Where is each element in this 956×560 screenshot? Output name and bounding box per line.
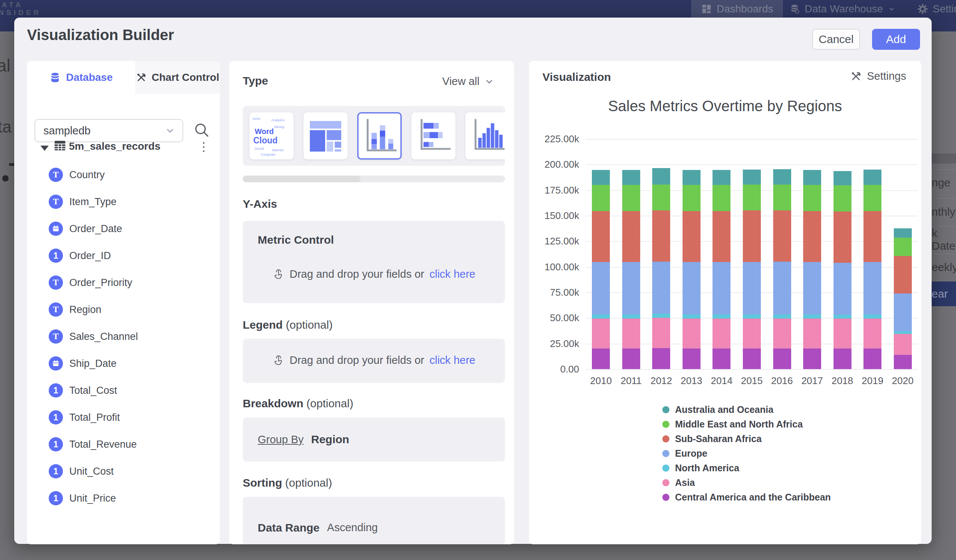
bar-segment (592, 348, 610, 369)
field-row-region[interactable]: TRegion (27, 296, 220, 323)
field-row-unit_price[interactable]: 1Unit_Price (27, 485, 220, 512)
legend-item[interactable]: Middle East and North Africa (662, 417, 803, 431)
x-axis-tick: 2018 (832, 375, 853, 387)
field-row-ship_date[interactable]: Ship_Date (27, 350, 220, 377)
legend-item[interactable]: Australia and Oceania (662, 402, 774, 417)
nav-settings-label: Settings (933, 3, 956, 15)
bar-segment (894, 334, 912, 355)
y-axis-tick: 225.00k (544, 133, 579, 145)
group-by-value[interactable]: Region (311, 433, 349, 446)
click-here-link[interactable]: click here (429, 354, 475, 367)
legend-item[interactable]: Sub-Saharan Africa (662, 431, 762, 446)
field-row-total_revenue[interactable]: 1Total_Revenue (27, 431, 220, 458)
legend-item[interactable]: Europe (662, 446, 707, 461)
field-label: Order_ID (69, 250, 111, 262)
field-row-order_id[interactable]: 1Order_ID (27, 242, 220, 269)
nav-settings[interactable]: Settings (917, 0, 956, 18)
chart-type-treemap[interactable] (303, 112, 347, 160)
bar-2019 (863, 169, 881, 369)
bar-segment (743, 185, 761, 211)
bar-segment (863, 318, 881, 349)
bar-segment (682, 262, 701, 314)
bar-segment (863, 169, 881, 185)
bar-segment (894, 228, 912, 238)
legend-item[interactable]: Central America and the Caribbean (662, 490, 831, 505)
sorting-order[interactable]: Ascending (327, 521, 377, 534)
bar-segment (773, 169, 791, 185)
treemap-tile-icon (308, 119, 343, 153)
tab-chart-control[interactable]: Chart Control (135, 61, 220, 94)
field-row-total_cost[interactable]: 1Total_Cost (27, 377, 220, 404)
y-axis-tick: 75.00k (550, 287, 579, 298)
chart-type-word-cloud[interactable]: inessAnalyticsMiningWordCloudSocialInter… (250, 112, 294, 160)
field-label: Region (69, 304, 102, 315)
field-row-order_date[interactable]: Order_Date (27, 215, 220, 242)
breakdown-dropzone[interactable]: Group By Region (243, 417, 505, 461)
view-all-label: View all (442, 75, 480, 88)
drag-text: Drag and drop your fields or (289, 354, 424, 367)
chart-type-scrollbar[interactable] (243, 176, 505, 182)
chart-type-stacked-bar[interactable] (411, 112, 456, 160)
bar-segment (592, 314, 610, 318)
table-tree-row[interactable]: 5m_sales_records ⋮ (27, 138, 220, 157)
bar-segment (833, 171, 851, 185)
field-row-total_profit[interactable]: 1Total_Profit (27, 404, 220, 431)
add-button[interactable]: Add (872, 29, 920, 50)
metric-control-title: Metric Control (258, 234, 334, 246)
click-here-link[interactable]: click here (429, 268, 475, 280)
sorting-dropzone[interactable]: Data Range Ascending (243, 497, 505, 544)
bar-segment (863, 185, 881, 211)
nav-data-warehouse[interactable]: Data Warehouse (789, 0, 896, 18)
number-field-icon: 1 (53, 251, 58, 261)
chart-type-stacked-column[interactable] (357, 112, 402, 160)
field-row-sales_channel[interactable]: TSales_Channel (27, 323, 220, 350)
bar-segment (803, 348, 821, 369)
field-row-country[interactable]: TCountry (27, 162, 220, 188)
visualization-settings-button[interactable]: Settings (851, 70, 906, 82)
tree-expander-icon[interactable] (41, 146, 49, 151)
view-all-dropdown[interactable]: View all (442, 75, 494, 88)
nav-dashboards[interactable]: Dashboards (691, 0, 783, 18)
y-axis-tick: 50.00k (550, 312, 579, 324)
x-axis-tick: 2013 (681, 375, 702, 387)
search-button[interactable] (193, 122, 211, 140)
group-by-label[interactable]: Group By (258, 433, 304, 446)
database-select-value: sampledb (44, 125, 164, 137)
legend-drag-row: Drag and drop your fields or click here (243, 354, 505, 367)
tools-icon (851, 71, 862, 82)
field-row-unit_cost[interactable]: 1Unit_Cost (27, 458, 220, 485)
table-menu-button[interactable]: ⋮ (196, 138, 211, 155)
bar-segment (894, 256, 912, 293)
database-tab-icon (49, 72, 61, 83)
legend-item[interactable]: North America (662, 461, 739, 475)
metric-control-dropzone[interactable]: Metric Control Drag and drop your fields… (243, 221, 505, 303)
bar-segment (622, 318, 640, 349)
sorting-field[interactable]: Data Range (258, 521, 319, 534)
bar-segment (773, 314, 791, 318)
nav-data-warehouse-label: Data Warehouse (805, 3, 883, 15)
chevron-down-icon (164, 125, 176, 136)
drag-text: Drag and drop your fields or (289, 268, 424, 280)
number-field-icon: 1 (53, 466, 58, 477)
y-axis-tick: 150.00k (544, 210, 579, 221)
bar-segment (773, 210, 791, 262)
legend-dropzone[interactable]: Drag and drop your fields or click here (243, 339, 505, 383)
bar-segment (773, 318, 791, 349)
x-axis-tick: 2012 (650, 375, 672, 387)
cancel-button[interactable]: Cancel (812, 29, 860, 50)
bar-segment (803, 262, 821, 314)
bar-segment (833, 348, 851, 369)
legend-item[interactable]: Asia (662, 475, 695, 490)
chart-type-column[interactable] (465, 112, 505, 160)
gear-icon (917, 3, 928, 15)
bg-menu-fragment: eekly (932, 254, 956, 280)
bg-menu-fragment: nge (932, 169, 956, 196)
x-axis-tick: 2017 (801, 375, 823, 387)
tab-database[interactable]: Database (27, 61, 135, 94)
bar-segment (773, 262, 791, 314)
field-row-item_type[interactable]: TItem_Type (27, 188, 220, 215)
bar-segment (743, 348, 761, 369)
bar-segment (622, 314, 640, 318)
sorting-section-label: Sorting (optional) (243, 477, 332, 489)
field-row-order_priority[interactable]: TOrder_Priority (27, 269, 220, 296)
